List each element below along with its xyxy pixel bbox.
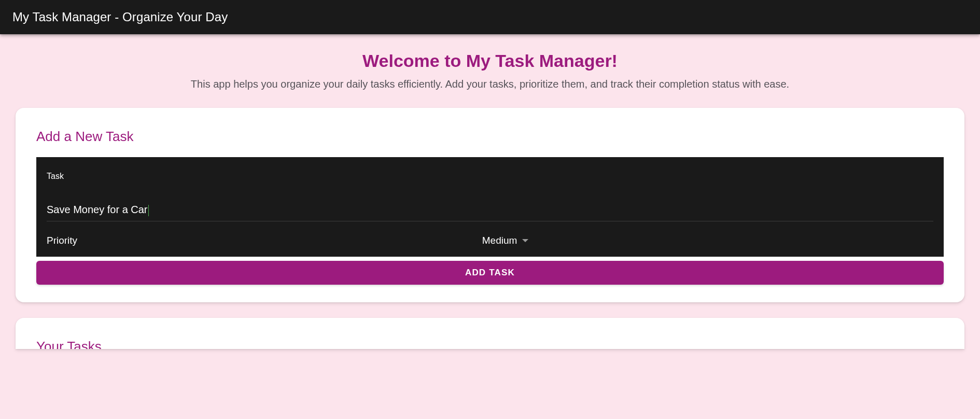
welcome-section: Welcome to My Task Manager! This app hel… — [16, 51, 964, 90]
task-input[interactable]: Save Money for a Car — [47, 204, 933, 221]
task-field-label: Task — [47, 172, 933, 181]
priority-field-label: Priority — [47, 235, 77, 246]
welcome-subtext: This app helps you organize your daily t… — [16, 78, 964, 90]
app-header: My Task Manager - Organize Your Day — [0, 0, 980, 34]
add-task-button[interactable]: ADD TASK — [36, 261, 944, 285]
app-title: My Task Manager - Organize Your Day — [12, 10, 228, 24]
your-tasks-card-title: Your Tasks — [36, 339, 944, 349]
text-caret — [148, 205, 149, 216]
task-input-value: Save Money for a Car — [47, 204, 148, 216]
add-task-form: Task Save Money for a Car Priority Mediu… — [36, 157, 944, 257]
priority-select[interactable]: Priority Medium — [47, 232, 933, 250]
add-task-card: Add a New Task Task Save Money for a Car… — [16, 108, 964, 302]
dropdown-icon — [522, 236, 528, 245]
main-content: Welcome to My Task Manager! This app hel… — [0, 34, 980, 349]
priority-field-value: Medium — [482, 235, 517, 246]
add-task-card-title: Add a New Task — [36, 129, 944, 145]
welcome-heading: Welcome to My Task Manager! — [16, 51, 964, 71]
your-tasks-card: Your Tasks — [16, 318, 964, 349]
